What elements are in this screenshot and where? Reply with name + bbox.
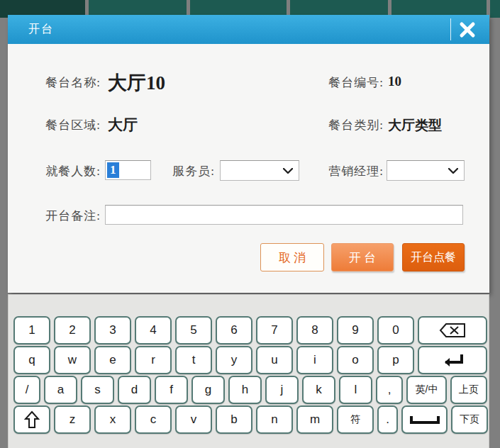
key-.[interactable]: . — [377, 405, 398, 434]
key-x[interactable]: x — [94, 405, 131, 434]
close-icon — [459, 21, 476, 38]
virtual-keyboard: 1234567890qwertyuiop/asdfghjkl,英/中上页zxcv… — [8, 294, 489, 448]
key-1[interactable]: 1 — [13, 316, 50, 345]
key-上页[interactable]: 上页 — [450, 376, 487, 404]
key-3[interactable]: 3 — [94, 316, 131, 345]
key-v[interactable]: v — [175, 405, 212, 434]
table-no-label: 餐台编号: — [314, 74, 384, 91]
key-j[interactable]: j — [265, 376, 299, 404]
remark-input[interactable] — [105, 205, 463, 225]
key-f[interactable]: f — [155, 376, 188, 404]
table-type-label: 餐台类别: — [314, 117, 384, 133]
key-英/中[interactable]: 英/中 — [406, 376, 447, 404]
key-i[interactable]: i — [296, 346, 333, 374]
key-q[interactable]: q — [13, 346, 50, 374]
key-2[interactable]: 2 — [54, 316, 91, 345]
key-9[interactable]: 9 — [337, 316, 374, 345]
key-k[interactable]: k — [302, 376, 335, 404]
keyboard-row: /asdfghjkl,英/中上页 — [13, 376, 489, 404]
diners-label: 就餐人数: — [15, 163, 101, 179]
dialog-title: 开台 — [28, 22, 54, 37]
dialog-body: 餐台名称: 大厅10 餐台编号: 10 餐台区域: 大厅 餐台类别: 大厅类型 … — [8, 44, 489, 293]
key-h[interactable]: h — [228, 376, 262, 404]
backspace-icon — [438, 322, 467, 339]
waiter-label: 服务员: — [157, 163, 215, 179]
remark-label: 开台备注: — [15, 208, 101, 224]
key-u[interactable]: u — [256, 346, 293, 374]
screen: 开台 餐台名称: 大厅10 餐台编号: 10 餐台区域: 大厅 餐台类别: 大厅… — [0, 0, 500, 448]
key-t[interactable]: t — [175, 346, 212, 374]
table-area-label: 餐台区域: — [15, 117, 101, 133]
manager-select[interactable] — [387, 160, 465, 181]
key-r[interactable]: r — [135, 346, 172, 374]
shift-key[interactable] — [13, 405, 50, 434]
keyboard-row: 1234567890 — [13, 316, 489, 345]
keyboard-row: zxcvbnm符.下页 — [13, 405, 489, 434]
diners-input[interactable]: 1 — [105, 160, 151, 180]
diners-input-selected-text: 1 — [107, 162, 119, 178]
waiter-select[interactable] — [220, 160, 299, 181]
manager-label: 营销经理: — [314, 163, 384, 179]
table-tile — [490, 0, 500, 18]
space-icon — [409, 415, 440, 425]
key-4[interactable]: 4 — [135, 316, 172, 345]
cancel-button[interactable]: 取 消 — [260, 243, 324, 271]
key-8[interactable]: 8 — [296, 316, 333, 345]
key-g[interactable]: g — [191, 376, 225, 404]
key-e[interactable]: e — [94, 346, 131, 374]
key-a[interactable]: a — [44, 376, 77, 404]
key-c[interactable]: c — [135, 405, 172, 434]
open-table-button[interactable]: 开 台 — [331, 243, 394, 271]
table-area-value: 大厅 — [108, 115, 138, 135]
key-y[interactable]: y — [216, 346, 252, 374]
key-s[interactable]: s — [81, 376, 114, 404]
key-o[interactable]: o — [337, 346, 374, 374]
key-p[interactable]: p — [377, 346, 414, 374]
key-n[interactable]: n — [256, 405, 293, 434]
key-0[interactable]: 0 — [377, 316, 414, 345]
key-符[interactable]: 符 — [337, 405, 374, 434]
table-name-value: 大厅10 — [108, 70, 165, 96]
key-d[interactable]: d — [118, 376, 151, 404]
table-type-value: 大厅类型 — [388, 116, 442, 135]
table-name-label: 餐台名称: — [15, 74, 101, 91]
key-l[interactable]: l — [339, 376, 372, 404]
shift-icon — [24, 410, 40, 429]
close-button[interactable] — [450, 18, 484, 40]
space-key[interactable] — [401, 405, 448, 434]
key-b[interactable]: b — [216, 405, 252, 434]
open-and-order-button[interactable]: 开台点餐 — [402, 243, 465, 271]
enter-icon — [440, 352, 465, 368]
key-7[interactable]: 7 — [256, 316, 293, 345]
key-z[interactable]: z — [54, 405, 91, 434]
key-5[interactable]: 5 — [175, 316, 212, 345]
key-下页[interactable]: 下页 — [451, 405, 488, 434]
chevron-down-icon — [448, 168, 458, 174]
key-,[interactable]: , — [376, 376, 403, 404]
table-no-value: 10 — [388, 74, 401, 89]
key-6[interactable]: 6 — [216, 316, 252, 345]
key-/[interactable]: / — [13, 376, 40, 404]
backspace-key[interactable] — [418, 316, 487, 345]
key-w[interactable]: w — [54, 346, 91, 374]
enter-key[interactable] — [418, 346, 487, 374]
open-table-dialog: 开台 餐台名称: 大厅10 餐台编号: 10 餐台区域: 大厅 餐台类别: 大厅… — [8, 15, 489, 293]
dialog-titlebar: 开台 — [8, 15, 489, 44]
key-m[interactable]: m — [296, 405, 333, 434]
keyboard-row: qwertyuiop — [13, 346, 489, 374]
chevron-down-icon — [283, 168, 293, 174]
